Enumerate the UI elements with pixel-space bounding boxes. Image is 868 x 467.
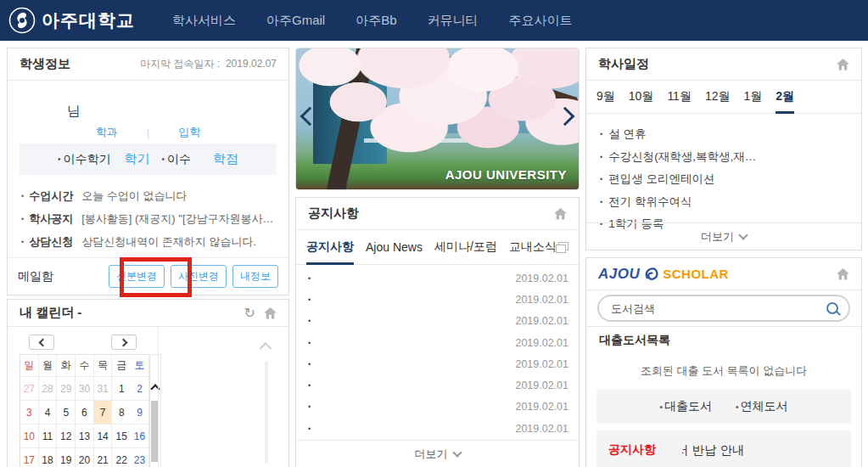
info-row-value: 오늘 수업이 없습니다 — [81, 188, 187, 204]
notice-item[interactable]: • 2019.02.01 — [308, 353, 568, 374]
loan-tab[interactable]: 대출도서 — [659, 399, 712, 414]
refresh-icon[interactable]: ↻ — [244, 307, 255, 320]
notice-tab[interactable]: 교내소식 — [509, 230, 557, 264]
open-windows-icon[interactable] — [558, 242, 568, 250]
home-icon[interactable] — [837, 268, 849, 280]
nav-menu-item[interactable]: 주요사이트 — [509, 13, 573, 29]
calendar-day-cell[interactable]: 31 — [94, 376, 113, 400]
profile-action-button[interactable]: 사진변경 — [171, 265, 227, 288]
calendar-day-cell[interactable]: 10 — [20, 424, 39, 447]
calendar-day-cell[interactable]: 13 — [76, 424, 94, 447]
notice-item[interactable]: • 2019.02.01 — [308, 418, 568, 439]
nav-menu-item[interactable]: 아주Bb — [356, 13, 396, 29]
calendar-day-cell[interactable]: 15 — [112, 424, 131, 447]
profile-action-button[interactable]: 내정보 — [232, 265, 278, 288]
calendar-day-cell[interactable]: 1 — [112, 376, 131, 400]
bullet: • — [308, 402, 311, 411]
library-notice-text[interactable]: 서 반납 안내 — [676, 442, 745, 459]
calendar-day-cell[interactable]: 12 — [57, 424, 76, 447]
panel-scroll-up-icon[interactable] — [260, 342, 272, 354]
info-row[interactable]: • 수업시간 오늘 수업이 없습니다 — [21, 184, 280, 207]
calendar-day-cell[interactable]: 20 — [76, 447, 94, 467]
calendar-day-cell[interactable]: 19 — [57, 447, 76, 467]
schedule-item[interactable]: • 편입생 오리엔테이션 — [600, 168, 849, 191]
schedule-item[interactable]: • 설 연휴 — [600, 123, 849, 146]
calendar-day-cell[interactable]: 11 — [39, 424, 58, 447]
profile-action-button[interactable]: 신분변경 — [109, 265, 165, 288]
calendar-day-cell[interactable]: 2 — [131, 376, 149, 400]
notice-tab[interactable]: Ajou News — [366, 230, 423, 264]
notice-item[interactable]: • 2019.02.01 — [308, 289, 568, 310]
month-tab[interactable]: 11월 — [667, 81, 692, 113]
calendar-day-cell[interactable]: 7 — [94, 400, 113, 424]
calendar-day-cell[interactable]: 6 — [76, 400, 94, 424]
book-search-input[interactable] — [609, 301, 826, 316]
mailbox-link[interactable]: 메일함 — [18, 269, 53, 284]
search-icon[interactable] — [826, 302, 838, 314]
nav-menu-item[interactable]: 학사서비스 — [172, 13, 236, 29]
loan-tab[interactable]: 연체도서 — [736, 399, 788, 414]
university-logo[interactable]: 아주대학교 — [8, 7, 135, 34]
scholar-logo[interactable]: AJOU SCHOLAR — [598, 266, 729, 283]
bullet: • — [21, 238, 24, 246]
calendar-day-cell[interactable]: 23 — [131, 447, 149, 467]
credit-unit-link[interactable]: 학점 — [213, 151, 238, 167]
semester-unit-link[interactable]: 학기 — [125, 151, 150, 167]
calendar-day-cell[interactable]: 8 — [112, 400, 131, 424]
schedule-item[interactable]: • 전기 학위수여식 — [600, 191, 849, 214]
notice-date: 2019.02.01 — [515, 294, 568, 306]
calendar-day-cell[interactable]: 9 — [131, 400, 149, 424]
info-row[interactable]: • 학사공지 [봉사활동] (재공지) "[강남구자원봉사센터]… — [21, 207, 280, 230]
home-icon[interactable] — [554, 208, 567, 220]
credit-summary-box: •이수학기학기 •이수학점 — [20, 143, 277, 175]
notices-more-button[interactable]: 더보기 — [296, 440, 579, 467]
notice-tab[interactable]: 공지사항 — [306, 230, 354, 264]
calendar-day-cell[interactable]: 29 — [57, 376, 76, 400]
calendar-day-cell[interactable]: 22 — [112, 447, 131, 467]
month-tab[interactable]: 2월 — [776, 81, 794, 113]
admission-link[interactable]: 입학 — [178, 125, 200, 140]
redaction-patch — [675, 441, 682, 459]
month-tab[interactable]: 12월 — [705, 81, 731, 113]
notice-item[interactable]: • 2019.02.01 — [308, 332, 568, 353]
notice-item[interactable]: • 2019.02.01 — [308, 374, 568, 396]
calendar-day-cell[interactable]: 18 — [39, 447, 58, 467]
my-calendar-panel: 내 캘린더 - ↻ 일월화수목금토 2728293031123456789101… — [7, 299, 289, 467]
notice-tab[interactable]: 세미나/포럼 — [434, 230, 497, 264]
schedule-more-button[interactable]: 더보기 — [586, 222, 861, 250]
department-link[interactable]: 학과 — [96, 125, 118, 140]
calendar-day-cell[interactable]: 17 — [20, 447, 39, 467]
calendar-day-cell[interactable]: 28 — [39, 376, 58, 400]
calendar-day-cell[interactable]: 3 — [20, 400, 39, 424]
month-tab[interactable]: 1월 — [744, 81, 763, 113]
info-row[interactable]: • 상담신청 상담신청내역이 존재하지 않습니다. — [21, 230, 280, 253]
calendar-day-cell[interactable]: 4 — [39, 400, 58, 424]
calendar-day-headers: 일월화수목금토 — [20, 355, 149, 376]
calendar-day-cell[interactable]: 16 — [131, 424, 149, 447]
notice-item[interactable]: • 2019.02.01 — [308, 311, 568, 332]
info-rows: • 수업시간 오늘 수업이 없습니다 • 학사공지 [봉사활동] (재공지) "… — [21, 184, 280, 253]
book-search-row — [586, 290, 861, 327]
home-icon[interactable] — [264, 307, 277, 319]
loan-empty-message: 조회된 대출 도서 목록이 없습니다 — [586, 363, 861, 379]
calendar-day-cell[interactable]: 30 — [76, 376, 94, 400]
nav-menu-item[interactable]: 커뮤니티 — [428, 13, 479, 29]
calendar-day-cell[interactable]: 5 — [57, 400, 76, 424]
home-icon[interactable] — [837, 59, 849, 70]
nav-menu-item[interactable]: 아주Gmail — [266, 13, 325, 29]
notice-date: 2019.02.01 — [515, 337, 568, 349]
calendar-next-button[interactable] — [111, 335, 137, 350]
university-emblem-icon — [8, 7, 36, 34]
panel-scrollbar-track[interactable] — [265, 361, 268, 463]
schedule-item[interactable]: • 수강신청(재학생,복학생,재… — [600, 146, 849, 169]
month-tab[interactable]: 10월 — [629, 81, 654, 113]
calendar-day-cell[interactable]: 21 — [94, 447, 113, 467]
photo-carousel: AJOU UNIVERSITY — [295, 48, 580, 190]
library-notice-label[interactable]: 공지사항 — [608, 442, 656, 458]
notice-item[interactable]: • 2019.02.01 — [308, 267, 568, 289]
calendar-day-cell[interactable]: 14 — [94, 424, 113, 447]
notice-item[interactable]: • 2019.02.01 — [308, 397, 568, 418]
calendar-day-cell[interactable]: 27 — [20, 376, 39, 400]
calendar-prev-button[interactable] — [29, 335, 54, 350]
month-tab[interactable]: 9월 — [596, 81, 615, 113]
